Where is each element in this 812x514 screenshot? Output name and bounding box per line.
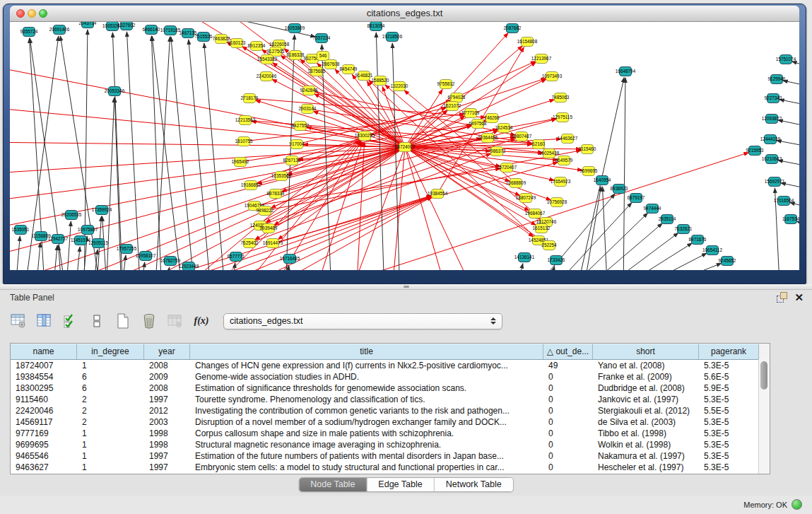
table-scrollbar[interactable] — [758, 359, 770, 474]
selected-node[interactable]: 1965492 — [232, 158, 249, 167]
edge[interactable] — [602, 187, 608, 270]
selected-edge[interactable] — [10, 107, 405, 147]
node[interactable]: 16648794 — [616, 67, 636, 76]
table-row[interactable]: 977716911998Corpus callosum shape and si… — [11, 428, 770, 439]
selected-node[interactable]: 19166852 — [241, 181, 261, 190]
node[interactable]: 2043714 — [79, 22, 97, 28]
node[interactable]: 12093872 — [762, 115, 782, 124]
edge[interactable] — [59, 245, 62, 270]
node[interactable]: 2087682 — [504, 24, 522, 33]
edge[interactable] — [796, 221, 799, 230]
edge[interactable] — [165, 267, 170, 270]
node[interactable]: 17016504 — [774, 197, 794, 206]
table-selector-dropdown[interactable]: citations_edges.txt — [223, 313, 502, 329]
node[interactable]: 8813054 — [367, 22, 385, 31]
node[interactable]: 17957255 — [117, 245, 137, 254]
edge[interactable] — [155, 37, 170, 270]
node[interactable]: 15692971 — [765, 177, 785, 187]
selected-node[interactable]: 8912354 — [248, 42, 266, 51]
edge[interactable] — [620, 253, 707, 270]
node[interactable]: 9355724 — [20, 28, 38, 37]
edge[interactable] — [778, 120, 799, 129]
column-header-name[interactable]: name — [11, 344, 77, 359]
row-height-icon[interactable] — [88, 313, 105, 329]
selected-edge[interactable] — [249, 153, 491, 243]
node[interactable]: 20053346 — [105, 87, 125, 96]
selected-node[interactable]: 8427552 — [292, 122, 310, 131]
selected-node[interactable]: 7485063 — [552, 93, 570, 103]
tab-node-table[interactable]: Node Table — [299, 478, 367, 491]
selected-edge[interactable] — [363, 153, 748, 270]
table-row[interactable]: 1872400712008Changes of HCN gene express… — [11, 360, 770, 371]
selected-node[interactable]: 22420046 — [257, 72, 277, 81]
selected-node[interactable]: 10807487 — [512, 132, 532, 141]
selected-node[interactable]: 6794028 — [448, 93, 466, 103]
selected-node[interactable]: 9242848 — [300, 86, 318, 95]
edge[interactable] — [779, 100, 799, 108]
selected-edge[interactable] — [10, 147, 405, 259]
edge[interactable] — [126, 32, 141, 270]
selected-node[interactable]: 12975115 — [553, 113, 572, 122]
edge[interactable] — [623, 78, 625, 270]
selected-node[interactable]: 546 — [317, 52, 329, 61]
zoom-traffic-light-icon[interactable] — [39, 9, 47, 18]
column-header-title[interactable]: title — [190, 344, 543, 359]
delete-table-icon[interactable] — [141, 313, 158, 329]
edge[interactable] — [582, 187, 601, 270]
selected-node[interactable]: 14463627 — [558, 134, 578, 144]
edge[interactable] — [35, 243, 40, 270]
node[interactable]: 12923448 — [179, 262, 199, 271]
edge[interactable] — [592, 233, 678, 270]
table-row[interactable]: 1938455462009Genome-wide association stu… — [11, 371, 770, 382]
selected-node[interactable]: 7986372 — [488, 147, 506, 156]
node[interactable]: 20691406 — [49, 25, 70, 35]
table-options-icon[interactable] — [10, 313, 27, 329]
selected-node[interactable]: 9115460 — [579, 145, 596, 154]
close-traffic-light-icon[interactable] — [16, 9, 25, 18]
selected-edge[interactable] — [172, 140, 360, 270]
selected-edge[interactable] — [356, 142, 365, 270]
edge[interactable] — [189, 40, 211, 270]
node[interactable]: 6879197 — [628, 194, 645, 203]
node[interactable]: 9245652 — [719, 257, 736, 266]
selected-node[interactable]: 2718176 — [241, 94, 259, 103]
selected-node[interactable]: 62160 — [532, 140, 545, 149]
node[interactable]: 16782759 — [160, 257, 181, 266]
selected-node[interactable]: 2903144 — [299, 105, 317, 114]
selected-node[interactable]: 8267130 — [283, 156, 301, 165]
selected-node[interactable]: 1810755 — [235, 137, 253, 146]
panel-splitter[interactable] — [0, 284, 812, 289]
table-row[interactable]: 911546021997Tourette syndrome. Phenomeno… — [11, 394, 770, 405]
selected-node[interactable]: 19684067 — [525, 209, 546, 218]
node[interactable]: 19218506 — [382, 33, 403, 42]
edge[interactable] — [635, 263, 722, 270]
close-panel-icon[interactable]: ✕ — [794, 292, 804, 303]
edge[interactable] — [777, 141, 799, 149]
edge[interactable] — [151, 36, 162, 270]
node[interactable]: 7357224 — [313, 34, 331, 43]
network-graph[interactable]: 1872400774638229160123891235418226058912… — [10, 22, 799, 270]
selected-node[interactable]: 10025438 — [539, 149, 560, 158]
new-table-icon[interactable] — [114, 313, 131, 329]
tab-network-table[interactable]: Network Table — [435, 478, 513, 491]
selected-node[interactable]: 9939489 — [260, 224, 278, 233]
node[interactable]: 1733426 — [548, 256, 565, 265]
node[interactable]: 14136141 — [514, 253, 535, 262]
node[interactable]: 6466140 — [143, 25, 160, 35]
selected-node[interactable]: 8186328 — [287, 51, 305, 60]
column-header-short[interactable]: short — [593, 344, 699, 359]
edge[interactable] — [112, 33, 123, 270]
selected-node[interactable]: 15720407 — [497, 163, 517, 173]
selected-node[interactable]: 2867608 — [322, 60, 340, 69]
table-row[interactable]: 2242004622012Investigating the contribut… — [11, 405, 770, 416]
column-header-pagerank[interactable]: pagerank — [699, 344, 759, 359]
minimize-traffic-light-icon[interactable] — [28, 9, 36, 18]
table-row[interactable]: 946362711997Embryonic stem cells: a mode… — [11, 462, 770, 473]
tab-edge-table[interactable]: Edge Table — [367, 478, 434, 491]
selected-node[interactable]: 1615132 — [533, 224, 551, 233]
edge[interactable] — [514, 264, 523, 270]
selected-node[interactable]: 16154808 — [517, 37, 538, 47]
node[interactable]: 1327602 — [118, 22, 136, 30]
table-row[interactable]: 1456911722003Disruption of a novel membe… — [11, 416, 770, 428]
edge[interactable] — [778, 160, 799, 169]
